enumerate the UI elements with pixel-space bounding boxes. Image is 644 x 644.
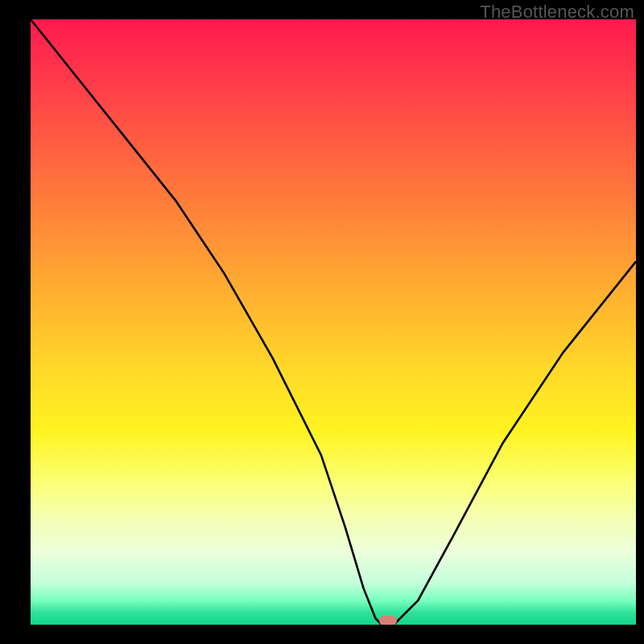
watermark-text: TheBottleneck.com (480, 2, 634, 23)
bottleneck-chart: TheBottleneck.com (0, 0, 644, 644)
curve-svg (31, 19, 636, 625)
bottleneck-curve-path (31, 19, 636, 625)
optimal-marker (379, 616, 397, 625)
plot-area (31, 19, 636, 625)
